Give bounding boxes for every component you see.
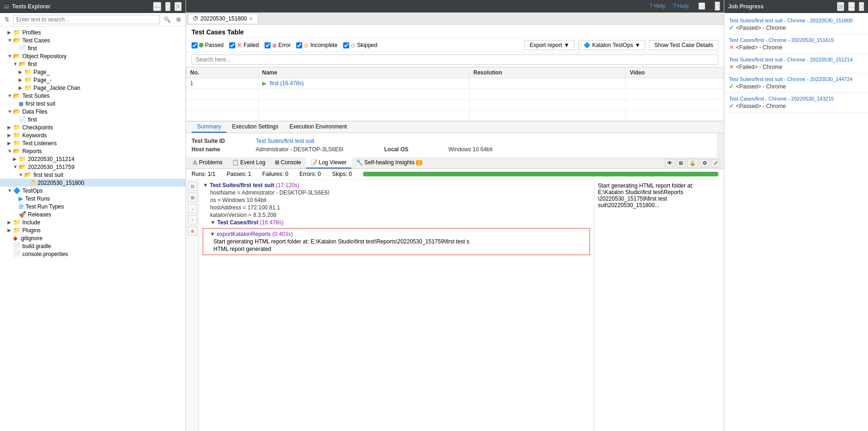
row-name-link[interactable]: first (16.478s) [270, 80, 304, 87]
filter-button[interactable]: ⊞ [174, 15, 183, 24]
search-button[interactable]: 🔍 [162, 15, 172, 24]
tree-item-report-1[interactable]: ▶ 📁 20220530_151214 [0, 155, 186, 163]
checkbox-failed[interactable] [229, 42, 235, 48]
checkbox-error[interactable] [265, 42, 271, 48]
tree-item-test-run-types[interactable]: ⊞ Test Run Types [0, 202, 186, 210]
panel-maximize-btn[interactable]: □ [165, 2, 171, 11]
panel-minimize-btn[interactable]: — [153, 2, 161, 11]
checkbox-passed[interactable] [192, 42, 198, 48]
job-title-3[interactable]: Test Suites/first test suit - Chrome - 2… [729, 57, 863, 62]
testcase-expand-arrow[interactable]: ▼ [210, 219, 216, 226]
filter-error[interactable]: ⊗ Error [265, 42, 291, 49]
tree-item-gitignore[interactable]: ◆ .gitignore [0, 234, 186, 242]
tree-item-obj-first[interactable]: ▼ 📂 first [0, 60, 186, 68]
katalon-testops-btn[interactable]: 🔷 Katalon TestOps ▼ [578, 40, 646, 50]
tree-item-profiles[interactable]: ▶ 📁 Profiles [0, 28, 186, 36]
arrow-page-jc: ▶ [19, 85, 24, 90]
main-maximize-btn[interactable]: □ [715, 1, 720, 11]
suite-expand-arrow[interactable]: ▼ [203, 182, 208, 189]
main-minimize-btn[interactable]: — [698, 2, 705, 10]
tree-item-first-ts[interactable]: ◼ first test suit [0, 100, 186, 108]
tree-item-reports[interactable]: ▼ 📂 Reports [0, 147, 186, 155]
filter-failed[interactable]: ✕ Failed [229, 41, 259, 49]
right-panel-minimize-btn[interactable]: — [848, 2, 855, 11]
log-tab-problems[interactable]: ⚠ Problems [188, 157, 227, 168]
suite-id-link[interactable]: Test Suites/first test suit [256, 138, 314, 144]
tree-item-test-cases[interactable]: ▼ 📂 Test Cases [0, 36, 186, 44]
export-expand-arrow[interactable]: ▼ [210, 231, 215, 237]
export-report-btn[interactable]: Export report ▼ [524, 40, 574, 50]
log-grid-btn[interactable]: ⊞ [676, 159, 685, 168]
tree-item-checkpoints[interactable]: ▶ 📁 Checkpoints [0, 123, 186, 131]
log-expand-all-btn[interactable]: ⊞ [188, 193, 197, 202]
tree-item-data-files[interactable]: ▼ 📂 Data Files [0, 108, 186, 115]
suite-timing: (17.120s) [276, 182, 299, 189]
tree-item-test-runs[interactable]: ▶ Test Runs [0, 195, 186, 202]
tree-item-testops[interactable]: ▼ 🔷 TestOps [0, 187, 186, 195]
job-title-2[interactable]: Test Cases/first - Chrome - 20220530_151… [729, 37, 863, 43]
tree-item-plugins[interactable]: ▶ 📁 Plugins [0, 226, 186, 234]
tree-item-releases[interactable]: 🚀 Releases [0, 210, 186, 218]
sort-icon-btn[interactable]: ⇅ [3, 15, 11, 24]
log-tab-log-viewer[interactable]: 📝 Log Viewer [306, 157, 351, 168]
help-btn-1[interactable]: ? Help [649, 3, 665, 9]
filter-incomplete[interactable]: ⊘ Incomplete [296, 42, 338, 49]
label-error: Error [278, 42, 291, 48]
right-panel-maximize-btn[interactable]: □ [859, 2, 864, 11]
col-name: Name [258, 67, 469, 78]
label-include: Include [22, 219, 40, 226]
filter-skipped[interactable]: ⊙ Skipped [343, 42, 377, 49]
log-tab-event-log[interactable]: 📋 Event Log [227, 157, 270, 168]
tab-close-btn[interactable]: ✕ [249, 16, 253, 22]
log-tab-self-healing[interactable]: 🔧 Self-healing Insights 3 [351, 157, 427, 168]
filter-passed[interactable]: Passed [192, 42, 224, 48]
job-title-4[interactable]: Test Suites/first test suit - Chrome - 2… [729, 76, 863, 82]
arrow-include: ▶ [7, 220, 13, 225]
tree-item-keywords[interactable]: ▶ 📁 Keywords [0, 131, 186, 139]
log-eye-btn[interactable]: 👁 [665, 159, 675, 167]
log-up-btn[interactable]: ↑ [188, 215, 197, 224]
show-test-case-details-btn[interactable]: Show Test Case Details [649, 40, 718, 50]
checkbox-skipped[interactable] [343, 42, 349, 48]
job-title-1[interactable]: Test Suites/first test suit - Chrome - 2… [729, 18, 863, 23]
tree-item-obj-repo[interactable]: ▼ 📂 Object Repository [0, 52, 186, 60]
tree-item-test-listeners[interactable]: ▶ 📁 Test Listeners [0, 139, 186, 147]
log-settings-btn[interactable]: ⚙ [700, 159, 709, 168]
tree-item-first-tc[interactable]: 📄 first [0, 44, 186, 52]
tree-item-report-2[interactable]: ▼ 📂 20220530_151759 [0, 163, 186, 171]
checkbox-incomplete[interactable] [296, 42, 302, 48]
tree-container: ▶ 📁 Profiles ▼ 📂 Test Cases 📄 first ▼ 📂 … [0, 27, 186, 431]
log-stop-btn[interactable]: ⊗ [188, 226, 197, 236]
arrow-checkpoints: ▶ [7, 125, 13, 130]
log-collapse-btn[interactable]: ⊟ [188, 182, 197, 191]
tree-item-report-run[interactable]: ⏱ 20220530_151800 [0, 179, 186, 187]
tab-execution-environment[interactable]: Execution Environment [284, 121, 352, 133]
tree-item-data-first[interactable]: 📄 first [0, 115, 186, 123]
gradle-icon: 📄 [13, 242, 20, 249]
tree-item-page-[interactable]: ▶ 📁 Page_ [0, 68, 186, 76]
tab-execution-settings[interactable]: Execution Settings [226, 121, 284, 133]
tree-item-test-suites[interactable]: ▼ 📂 Test Suites [0, 92, 186, 100]
tree-item-page-dash[interactable]: ▶ 📁 Page_- [0, 76, 186, 84]
job-list: Test Suites/first test suit - Chrome - 2… [724, 13, 868, 431]
tab-summary[interactable]: Summary [192, 121, 226, 133]
search-input[interactable] [13, 15, 160, 24]
help-btn-2[interactable]: ? Help [673, 3, 689, 9]
log-tab-console[interactable]: ⊞ Console [270, 157, 306, 168]
summary-scrollbar[interactable] [717, 133, 724, 157]
file-icon-first-tc: 📄 [19, 45, 26, 52]
main-tab[interactable]: ⏱ 20220530_151800 ✕ [188, 13, 258, 23]
log-expand-btn[interactable]: ⤢ [711, 159, 720, 168]
tree-item-console-props[interactable]: 📄 console.properties [0, 250, 186, 258]
job-title-5[interactable]: Test Cases/first - Chrome - 20220530_143… [729, 96, 863, 101]
tree-item-report-2-ts[interactable]: ▼ 📂 first test suit [0, 171, 186, 179]
log-down-btn[interactable]: ↓ [188, 204, 197, 213]
right-panel-settings-btn[interactable]: ⊞ [837, 2, 844, 11]
table-search-input[interactable] [192, 54, 718, 65]
tree-item-include[interactable]: ▶ 📁 Include [0, 218, 186, 226]
stat-errors: Errors: 0 [299, 171, 321, 177]
log-lock-btn[interactable]: 🔒 [687, 159, 698, 168]
tree-item-build-gradle[interactable]: 📄 build.gradle [0, 242, 186, 250]
tree-item-page-jc[interactable]: ▶ 📁 Page_Jackie Chan [0, 84, 186, 92]
panel-close-btn[interactable]: ✕ [174, 2, 182, 11]
